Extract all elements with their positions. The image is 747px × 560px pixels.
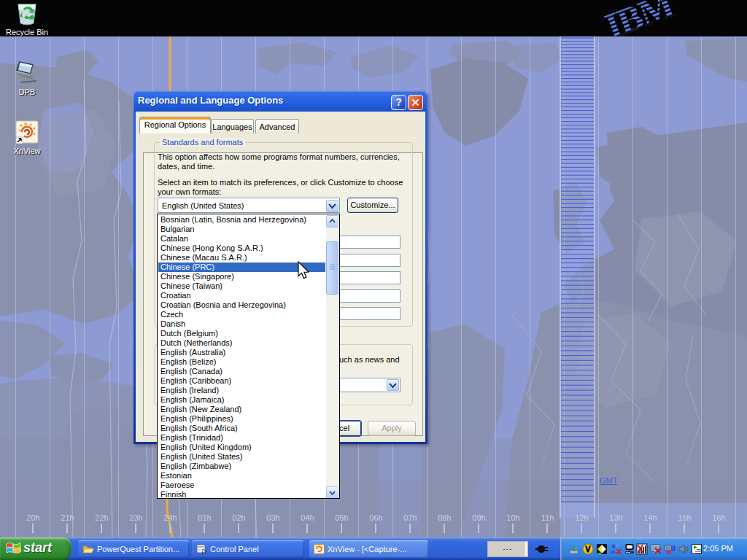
svg-text:GMT: GMT	[600, 476, 618, 485]
svg-text:IBM: IBM	[604, 0, 678, 47]
